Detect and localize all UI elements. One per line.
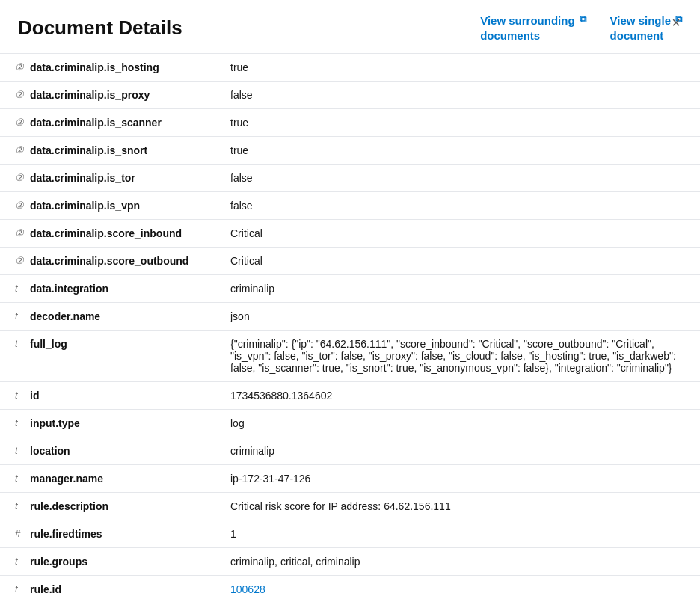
- table-row: trule.groupscriminalip, critical, crimin…: [0, 548, 700, 576]
- row-key: rule.description: [27, 493, 221, 520]
- row-key: data.criminalip.score_outbound: [27, 248, 221, 275]
- table-row: ②data.criminalip.is_snorttrue: [0, 137, 700, 165]
- row-type-icon: t: [0, 493, 27, 520]
- row-value: criminalip: [221, 437, 700, 465]
- row-key: data.criminalip.is_tor: [27, 165, 221, 192]
- row-value: false: [221, 192, 700, 220]
- row-key: input.type: [27, 410, 221, 437]
- row-type-icon: t: [0, 548, 27, 576]
- row-value: Critical risk score for IP address: 64.6…: [221, 493, 700, 520]
- row-key: data.integration: [27, 275, 221, 303]
- row-value: json: [221, 303, 700, 331]
- document-table: ②data.criminalip.is_hostingtrue②data.cri…: [0, 54, 700, 593]
- table-row: trule.id100628: [0, 576, 700, 594]
- table-row: tinput.typelog: [0, 410, 700, 437]
- row-type-icon: t: [0, 331, 27, 382]
- external-link-icon: ⧉: [580, 13, 586, 26]
- table-row: tmanager.nameip-172-31-47-126: [0, 465, 700, 493]
- view-surrounding-link[interactable]: View surroundingdocuments ⧉: [480, 13, 586, 43]
- row-type-icon: ②: [0, 165, 27, 192]
- row-key: rule.groups: [27, 548, 221, 576]
- row-type-icon: t: [0, 303, 27, 331]
- row-type-icon: t: [0, 465, 27, 493]
- row-type-icon: t: [0, 437, 27, 465]
- row-value: log: [221, 410, 700, 437]
- table-row: ②data.criminalip.is_proxyfalse: [0, 82, 700, 109]
- row-type-icon: ②: [0, 248, 27, 275]
- row-key: id: [27, 382, 221, 410]
- row-type-icon: ②: [0, 82, 27, 109]
- row-type-icon: t: [0, 275, 27, 303]
- row-key: data.criminalip.is_scanner: [27, 109, 221, 137]
- row-key: decoder.name: [27, 303, 221, 331]
- row-key: location: [27, 437, 221, 465]
- document-details-modal: Document Details View surroundingdocumen…: [0, 0, 700, 593]
- table-row: #rule.firedtimes1: [0, 520, 700, 548]
- row-value: Critical: [221, 220, 700, 248]
- row-type-icon: ②: [0, 54, 27, 82]
- table-row: tdecoder.namejson: [0, 303, 700, 331]
- table-row: tid1734536880.1364602: [0, 382, 700, 410]
- row-value: 1: [221, 520, 700, 548]
- row-type-icon: ②: [0, 192, 27, 220]
- row-key: data.criminalip.is_hosting: [27, 54, 221, 82]
- modal-title: Document Details: [18, 16, 480, 40]
- row-key: data.criminalip.score_inbound: [27, 220, 221, 248]
- row-value: 1734536880.1364602: [221, 382, 700, 410]
- table-row: trule.descriptionCritical risk score for…: [0, 493, 700, 520]
- close-button[interactable]: ×: [667, 13, 685, 31]
- row-value: criminalip, critical, criminalip: [221, 548, 700, 576]
- row-value: true: [221, 137, 700, 165]
- row-type-icon: t: [0, 410, 27, 437]
- row-value: true: [221, 109, 700, 137]
- table-row: ②data.criminalip.is_hostingtrue: [0, 54, 700, 82]
- row-value: false: [221, 165, 700, 192]
- row-key: manager.name: [27, 465, 221, 493]
- table-row: ②data.criminalip.score_outboundCritical: [0, 248, 700, 275]
- row-key: data.criminalip.is_vpn: [27, 192, 221, 220]
- view-single-label: View singledocument: [610, 13, 671, 43]
- header-links: View surroundingdocuments ⧉ View singled…: [480, 13, 682, 43]
- row-key: full_log: [27, 331, 221, 382]
- table-row: ②data.criminalip.is_vpnfalse: [0, 192, 700, 220]
- row-value-link[interactable]: 100628: [230, 583, 265, 593]
- row-value: Critical: [221, 248, 700, 275]
- table-row: ②data.criminalip.is_torfalse: [0, 165, 700, 192]
- row-value: {"criminalip": {"ip": "64.62.156.111", "…: [221, 331, 700, 382]
- row-key: rule.id: [27, 576, 221, 594]
- table-row: tdata.integrationcriminalip: [0, 275, 700, 303]
- table-row: tlocationcriminalip: [0, 437, 700, 465]
- row-value: ip-172-31-47-126: [221, 465, 700, 493]
- row-type-icon: t: [0, 382, 27, 410]
- view-surrounding-label: View surroundingdocuments: [480, 13, 574, 43]
- row-value: criminalip: [221, 275, 700, 303]
- row-value: false: [221, 82, 700, 109]
- row-key: rule.firedtimes: [27, 520, 221, 548]
- row-type-icon: ②: [0, 137, 27, 165]
- row-value: true: [221, 54, 700, 82]
- table-row: ②data.criminalip.score_inboundCritical: [0, 220, 700, 248]
- modal-header: Document Details View surroundingdocumen…: [0, 0, 700, 54]
- row-key: data.criminalip.is_snort: [27, 137, 221, 165]
- row-type-icon: ②: [0, 109, 27, 137]
- row-value[interactable]: 100628: [221, 576, 700, 594]
- row-type-icon: ②: [0, 220, 27, 248]
- table-row: ②data.criminalip.is_scannertrue: [0, 109, 700, 137]
- table-row: tfull_log{"criminalip": {"ip": "64.62.15…: [0, 331, 700, 382]
- row-key: data.criminalip.is_proxy: [27, 82, 221, 109]
- table-container: ②data.criminalip.is_hostingtrue②data.cri…: [0, 54, 700, 593]
- row-type-icon: t: [0, 576, 27, 594]
- row-type-icon: #: [0, 520, 27, 548]
